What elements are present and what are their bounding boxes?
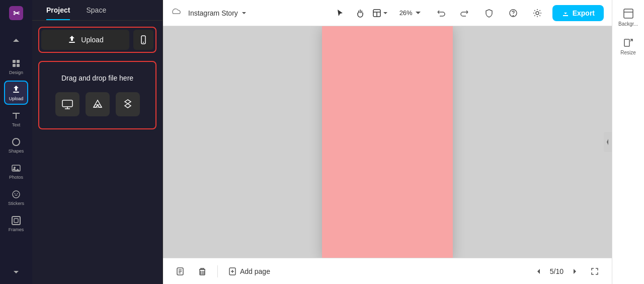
upload-computer-button[interactable]	[55, 92, 79, 116]
svg-point-12	[17, 193, 18, 194]
sidebar-item-photos-label: Photos	[9, 175, 23, 180]
svg-text:✂: ✂	[13, 9, 20, 18]
tab-project[interactable]: Project	[38, 0, 78, 20]
sidebar-item-photos[interactable]: Photos	[4, 159, 28, 183]
upload-phone-button[interactable]	[133, 30, 153, 50]
add-page-icon	[228, 267, 237, 276]
upload-dropbox-button[interactable]	[116, 92, 140, 116]
sidebar-item-stickers[interactable]: Stickers	[4, 185, 28, 209]
prev-page-icon	[535, 268, 542, 275]
sidebar-collapse-up[interactable]	[4, 28, 28, 52]
svg-rect-31	[624, 9, 633, 18]
page-indicator: 5/10	[550, 267, 564, 275]
fullscreen-icon	[590, 267, 599, 276]
layout-icon	[372, 9, 381, 18]
svg-rect-2	[13, 60, 16, 63]
panel-content: Upload Drag and drop file here	[32, 21, 163, 284]
trash-icon	[198, 267, 207, 276]
tab-space[interactable]: Space	[78, 0, 114, 20]
add-page-button[interactable]: Add page	[224, 265, 274, 278]
zoom-chevron-icon	[415, 10, 422, 17]
shield-icon	[485, 9, 494, 18]
help-button[interactable]	[504, 4, 522, 22]
sidebar-collapse-down[interactable]	[4, 264, 28, 280]
sidebar-item-design[interactable]: Design	[4, 54, 28, 79]
fullscreen-button[interactable]	[586, 262, 604, 280]
canvas-slide[interactable]	[322, 26, 453, 258]
upload-drive-button[interactable]	[86, 92, 110, 116]
hand-icon	[356, 9, 365, 18]
bottom-bar: Add page 5/10	[163, 258, 612, 284]
computer-icon	[61, 98, 73, 110]
dropbox-icon	[122, 98, 134, 110]
sidebar-item-upload-label: Upload	[9, 96, 24, 101]
background-panel-item[interactable]: Backgr...	[615, 4, 641, 31]
gear-icon	[533, 9, 542, 18]
project-name-label: Instagram Story	[188, 9, 238, 17]
background-label: Backgr...	[618, 21, 638, 27]
add-page-label: Add page	[240, 267, 270, 275]
svg-rect-3	[17, 60, 20, 63]
svg-point-23	[513, 15, 513, 16]
sidebar-item-design-label: Design	[9, 70, 23, 75]
top-toolbar: Instagram Story	[163, 0, 612, 26]
resize-panel-item[interactable]: Resize	[615, 33, 641, 59]
help-icon	[509, 9, 518, 18]
bottom-divider	[217, 265, 218, 277]
layout-button[interactable]	[371, 4, 389, 22]
sidebar-item-shapes-label: Shapes	[9, 149, 24, 154]
drag-drop-text: Drag and drop file here	[61, 74, 133, 82]
svg-point-9	[14, 167, 16, 169]
sidebar-item-shapes[interactable]: Shapes	[4, 133, 28, 157]
svg-point-7	[13, 138, 20, 146]
settings-button[interactable]	[528, 4, 546, 22]
zoom-level: 26%	[399, 9, 413, 17]
icon-bar: ✂ Design Upload Text Shapes Photos Stick…	[0, 0, 32, 284]
upload-main-button[interactable]: Upload	[41, 30, 129, 50]
svg-rect-15	[69, 42, 75, 43]
undo-icon	[436, 9, 445, 18]
canvas-viewport	[163, 26, 612, 258]
sidebar-item-text-label: Text	[12, 122, 21, 127]
panel-tabs: Project Space	[32, 0, 163, 21]
export-label: Export	[573, 9, 595, 17]
sidebar-item-frames[interactable]: Frames	[4, 211, 28, 236]
prev-page-button[interactable]	[532, 264, 546, 278]
panel-collapse-handle[interactable]	[604, 132, 612, 152]
zoom-control[interactable]: 26%	[395, 7, 426, 19]
export-icon	[561, 9, 570, 17]
phone-icon	[138, 35, 148, 45]
cloud-icon	[171, 7, 182, 20]
delete-page-button[interactable]	[193, 262, 211, 280]
page-navigation: 5/10	[532, 264, 582, 278]
sidebar-item-text[interactable]: Text	[4, 107, 28, 131]
svg-point-10	[13, 191, 20, 198]
chevron-down-icon	[240, 9, 248, 17]
drag-drop-area[interactable]: Drag and drop file here	[38, 61, 156, 129]
svg-rect-5	[17, 64, 20, 67]
app-logo[interactable]: ✂	[7, 4, 25, 22]
page-icon	[176, 267, 185, 276]
upload-icon	[67, 35, 77, 45]
shield-button[interactable]	[480, 4, 498, 22]
next-page-icon	[571, 268, 578, 275]
svg-rect-32	[624, 39, 629, 46]
page-settings-button[interactable]	[171, 262, 189, 280]
sidebar-item-frames-label: Frames	[9, 227, 24, 232]
background-icon	[623, 8, 634, 19]
undo-button[interactable]	[432, 4, 450, 22]
svg-rect-18	[62, 100, 72, 107]
hand-tool-button[interactable]	[351, 4, 369, 22]
toolbar-tools	[331, 4, 389, 22]
redo-button[interactable]	[456, 4, 474, 22]
svg-rect-13	[12, 217, 20, 225]
upload-button-label: Upload	[81, 36, 103, 44]
main-area: Instagram Story	[163, 0, 612, 284]
select-tool-button[interactable]	[331, 4, 349, 22]
next-page-button[interactable]	[568, 264, 582, 278]
resize-icon	[623, 37, 634, 48]
project-name-dropdown[interactable]: Instagram Story	[188, 9, 248, 17]
sidebar-item-upload[interactable]: Upload	[4, 81, 28, 105]
svg-rect-14	[14, 219, 18, 223]
export-button[interactable]: Export	[552, 5, 604, 21]
